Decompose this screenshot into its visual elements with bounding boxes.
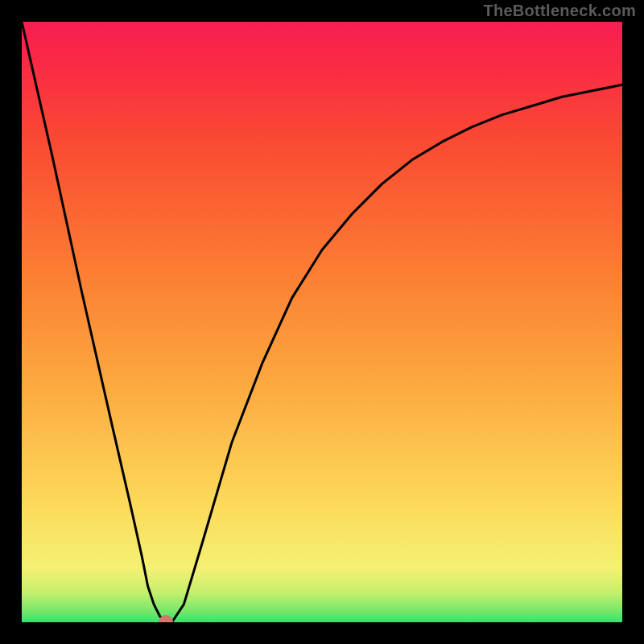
- curve-line: [22, 22, 622, 622]
- plot-area: [22, 22, 622, 622]
- chart-frame: TheBottleneck.com: [0, 0, 644, 644]
- watermark-text: TheBottleneck.com: [483, 2, 636, 20]
